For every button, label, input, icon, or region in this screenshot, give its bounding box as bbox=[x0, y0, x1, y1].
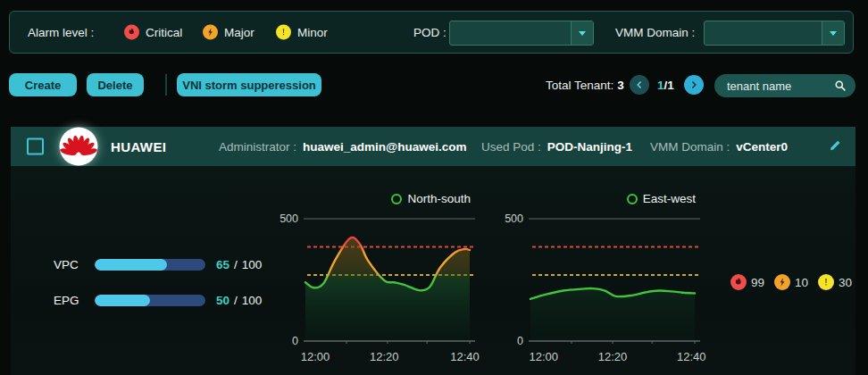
axis-label: 0 bbox=[292, 335, 298, 347]
alarm-level-minor[interactable]: Minor bbox=[276, 25, 328, 40]
tenant-checkbox[interactable] bbox=[27, 138, 44, 155]
axis-label: 12:20 bbox=[598, 350, 628, 363]
page-total: /1 bbox=[664, 79, 674, 92]
page-next-button[interactable] bbox=[684, 75, 704, 95]
chevron-down-icon[interactable] bbox=[822, 21, 844, 45]
quota-total: 100 bbox=[242, 258, 263, 271]
used-pod-value: POD-Nanjing-1 bbox=[547, 140, 632, 154]
major-count: 10 bbox=[795, 276, 808, 289]
total-tenant-text: Total Tenant: bbox=[546, 79, 613, 92]
total-tenant-count: 3 bbox=[617, 79, 624, 92]
administrator-label: Administrator : bbox=[219, 140, 296, 154]
axis-label: 0 bbox=[517, 335, 523, 347]
minor-exclamation-icon bbox=[276, 25, 291, 40]
quota-separator: / bbox=[234, 294, 238, 307]
epg-progress-bar bbox=[95, 295, 205, 306]
total-tenant-label: Total Tenant:3 bbox=[546, 79, 624, 92]
edit-tenant-button[interactable] bbox=[826, 138, 844, 155]
used-pod-field: Used Pod :POD-Nanjing-1 bbox=[481, 140, 632, 154]
tenant-name: HUAWEI bbox=[111, 139, 166, 154]
vmm-domain-label: VMM Domain : bbox=[615, 26, 695, 39]
critical-flame-icon bbox=[730, 274, 747, 290]
critical-label: Critical bbox=[146, 26, 182, 39]
tenant-search-box bbox=[714, 74, 855, 97]
north-south-chart: North-south 500012:0012:2012:40 bbox=[270, 189, 488, 368]
axis-label: 12:40 bbox=[450, 350, 480, 363]
axis-label: 12:00 bbox=[301, 350, 330, 363]
quota-label: EPG bbox=[54, 294, 84, 307]
vmm-domain-select[interactable] bbox=[704, 21, 845, 46]
search-icon[interactable] bbox=[834, 79, 847, 92]
axis-label: 12:00 bbox=[529, 350, 558, 363]
critical-alarm-badge: 99 bbox=[730, 274, 764, 290]
quota-separator: / bbox=[234, 258, 238, 271]
vpc-quota-row: VPC 65/100 bbox=[54, 257, 262, 271]
page-indicator: 1/1 bbox=[657, 79, 674, 92]
minor-exclamation-icon bbox=[818, 274, 834, 290]
major-alarm-badge: 10 bbox=[774, 274, 808, 290]
delete-button[interactable]: Delete bbox=[87, 73, 144, 96]
tenant-search-input[interactable] bbox=[725, 79, 834, 94]
critical-count: 99 bbox=[751, 276, 764, 289]
pencil-icon bbox=[828, 138, 842, 153]
chevron-right-icon bbox=[689, 79, 699, 90]
series-area bbox=[530, 288, 695, 341]
east-west-chart: East-west 500012:0012:2012:40 bbox=[495, 189, 714, 368]
used-pod-label: Used Pod : bbox=[481, 140, 541, 154]
vni-storm-suppression-button[interactable]: VNI storm supperession bbox=[177, 73, 321, 96]
alarm-level-major[interactable]: Major bbox=[203, 25, 255, 40]
minor-count: 30 bbox=[839, 276, 852, 289]
chevron-left-icon bbox=[634, 79, 645, 90]
major-lightning-icon bbox=[203, 25, 218, 40]
critical-flame-icon bbox=[124, 25, 139, 40]
quota-used: 50 bbox=[216, 294, 230, 307]
epg-quota-row: EPG 50/100 bbox=[54, 293, 262, 307]
alarm-filter-bar: Alarm level : Critical Major Minor POD :… bbox=[9, 11, 854, 54]
administrator-value: huawei_admin@huawei.com bbox=[303, 140, 466, 154]
quota-total: 100 bbox=[242, 294, 263, 307]
axis-label: 12:20 bbox=[370, 350, 399, 363]
vpc-progress-bar bbox=[95, 259, 205, 271]
huawei-logo bbox=[55, 123, 102, 170]
quota-used: 65 bbox=[216, 258, 230, 271]
vmm-domain-value: vCenter0 bbox=[736, 140, 788, 154]
progress-fill bbox=[95, 295, 150, 306]
series-area bbox=[305, 238, 470, 341]
chevron-down-icon[interactable] bbox=[571, 21, 593, 45]
alarm-level-critical[interactable]: Critical bbox=[124, 25, 182, 40]
page-current: 1 bbox=[657, 79, 664, 92]
major-lightning-icon bbox=[774, 274, 790, 290]
tenant-detail-panel: VPC 65/100 EPG 50/100 North-south 500012… bbox=[11, 166, 855, 375]
progress-fill bbox=[95, 259, 167, 271]
axis-label: 500 bbox=[505, 212, 523, 225]
north-south-plot: 500012:0012:2012:40 bbox=[270, 189, 488, 368]
vmm-select-value bbox=[705, 21, 822, 45]
quota-value: 65/100 bbox=[216, 258, 262, 271]
minor-alarm-badge: 30 bbox=[818, 274, 852, 290]
axis-label: 500 bbox=[280, 212, 298, 225]
axis-label: 12:40 bbox=[677, 350, 706, 363]
vmm-domain-field-label: VMM Domain : bbox=[650, 140, 730, 154]
create-button[interactable]: Create bbox=[9, 73, 77, 96]
tenant-management-screen: Alarm level : Critical Major Minor POD :… bbox=[0, 0, 868, 375]
minor-label: Minor bbox=[297, 26, 328, 39]
vmm-domain-field: VMM Domain :vCenter0 bbox=[650, 140, 788, 154]
pod-select-value bbox=[450, 21, 571, 45]
pod-label: POD : bbox=[413, 26, 447, 39]
quota-value: 50/100 bbox=[216, 294, 262, 307]
east-west-plot: 500012:0012:2012:40 bbox=[495, 189, 714, 368]
tenant-alarm-counts: 99 10 30 bbox=[730, 274, 852, 290]
toolbar-divider bbox=[165, 74, 167, 96]
administrator-field: Administrator :huawei_admin@huawei.com bbox=[219, 140, 467, 154]
major-label: Major bbox=[224, 26, 255, 39]
quota-label: VPC bbox=[54, 258, 84, 271]
alarm-level-label: Alarm level : bbox=[28, 26, 94, 39]
page-previous-button[interactable] bbox=[630, 75, 649, 95]
tenant-row-header: HUAWEI Administrator :huawei_admin@huawe… bbox=[11, 127, 855, 167]
pod-select[interactable] bbox=[449, 21, 594, 46]
